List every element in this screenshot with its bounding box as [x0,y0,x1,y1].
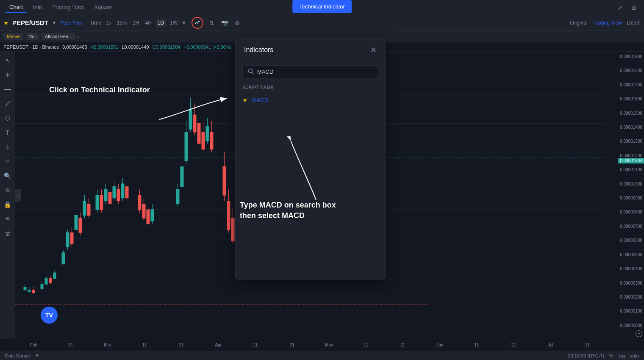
modal-title: Indicators [244,46,273,54]
indicator-circle-button[interactable] [192,17,203,29]
view-depth[interactable]: Depth [627,20,641,26]
tool-crosshair[interactable]: ✛ [2,69,13,80]
macd-result-item[interactable]: ★ MACD [236,93,385,107]
tool-pitchfork[interactable]: ⑂ [2,156,13,167]
tag-vol[interactable]: Vol [26,33,39,40]
tool-trash[interactable]: 🗑 [2,228,13,239]
price-400: 0.00000400 [606,266,644,280]
tab-trading-data[interactable]: Trading Data [48,3,88,12]
timeframe-4h[interactable]: 4H [143,19,154,27]
tick-21a: 21 [163,343,200,347]
price-1100: 0.00001100 [606,167,644,181]
time-axis-bar: Feb 11 Mar 11 21 Apr 11 21 May 11 21 Jun… [0,339,644,351]
camera-icon[interactable]: 📷 [219,18,230,28]
symbol-bar: ★ PEPE/USDT ▼ Pepe Price Time 1s 15m 1H … [0,15,644,30]
modal-body-empty [236,107,385,279]
tool-magnet[interactable]: ⊗ [2,185,13,196]
price-1000: 0.00001000 [606,182,644,196]
timeframe-1s[interactable]: 1s [103,19,113,27]
top-nav: Chart Info Trading Data Square Technical… [0,0,644,15]
ohlc-change: +0.00000041 (+2.80%) [184,44,232,50]
compare-icon[interactable]: ⇅ [207,18,217,28]
top-right-icons: ⤢ ⊞ [615,3,639,13]
status-log[interactable]: log [619,353,625,358]
price-1600: 0.00001600 [606,97,644,111]
price-300: 0.00000300 [606,281,644,295]
indicator-search-input[interactable] [257,69,373,75]
ohlc-open: 0.00001463 [62,44,87,50]
tag-more[interactable]: › [78,34,80,39]
search-icon [248,68,254,75]
price-axis-icon[interactable]: + [636,330,642,337]
left-sidebar: ↖ ✛ ⬡ T ⊹ ⑂ 🔍 ⊗ 🔒 👁 🗑 [0,52,15,339]
tradingview-logo: TV [41,307,58,324]
tick-apr: Apr [200,343,237,347]
tick-jul: Jul [532,343,569,347]
timeframe-15m[interactable]: 15m [115,19,129,27]
price-500: 0.00000500 [606,252,644,266]
script-column-header: SCRIPT NAME [236,83,385,93]
favorite-star[interactable]: ★ [3,19,9,26]
tool-eye[interactable]: 👁 [2,213,13,224]
date-range-arrow[interactable]: ▼ [35,353,39,358]
tool-text[interactable]: T [2,127,13,138]
price-axis: 0.00001900 0.00001800 0.00001700 0.00001… [606,52,644,339]
expand-icon[interactable]: ⤢ [615,3,625,13]
modal-close-button[interactable]: ✕ [370,45,377,55]
technical-indicator-button[interactable]: Technical Indicator [292,0,352,13]
tool-shapes[interactable]: ⬡ [2,113,13,124]
tick-11e: 11 [458,343,495,347]
tool-cursor[interactable]: ↖ [2,55,13,66]
tag-altcoin[interactable]: Altcoin Fee... [42,33,75,40]
tool-lock[interactable]: 🔒 [2,199,13,210]
tool-horizontal-line[interactable] [2,84,13,95]
svg-line-1 [5,101,10,106]
price-1900: 0.00001900 [606,53,644,68]
view-mode-buttons: Original Trading View Depth [570,20,641,26]
symbol-price-link[interactable]: Pepe Price [60,20,83,25]
symbol-arrow[interactable]: ▼ [52,20,57,26]
indicators-modal: Indicators ✕ SCRIPT NAME ★ MACD [235,38,386,280]
tab-chart[interactable]: Chart [5,2,27,13]
tab-info[interactable]: Info [29,3,47,12]
timeframe-1d[interactable]: 1D [155,19,166,27]
status-time: 23:10:39 (UTC-7) [568,353,605,358]
grid-icon[interactable]: ⊞ [629,3,639,13]
view-original[interactable]: Original [570,20,587,26]
symbol-name[interactable]: PEPE/USDT [12,19,48,26]
date-range-label[interactable]: Date Range [5,353,30,358]
modal-header: Indicators ✕ [236,39,385,60]
tool-trend-line[interactable] [2,98,13,109]
status-percent[interactable]: % [609,353,613,358]
ohlc-close: C0.00001504 [153,44,180,50]
toolbar-icons: ⇅ 📷 ⊕ [207,18,242,28]
timeframe-1h[interactable]: 1H [130,19,141,27]
tick-mar: Mar [89,343,126,347]
price-1800: 0.00001800 [606,68,644,82]
timeframe-1w[interactable]: 1W [168,19,180,27]
current-price-badge: 0.00001504 [618,158,644,163]
timeframe-more[interactable]: ▼ [181,20,186,26]
status-auto[interactable]: auto [630,353,639,358]
tab-square[interactable]: Square [90,3,116,12]
tick-21d: 21 [495,343,532,347]
timeframe-group: Time 1s 15m 1H 4H 1D 1W ▼ [90,19,186,27]
tool-zoom[interactable]: 🔍 [2,170,13,181]
price-100: 0.00000100 [606,309,644,323]
view-trading[interactable]: Trading View [593,20,622,26]
price-1500: 0.00001500 [606,111,644,125]
ohlc-low: L0.00001449 [122,44,149,50]
tool-measure[interactable]: ⊹ [2,141,13,152]
tick-11f: 11 [569,343,606,347]
price-800: 0.00000800 [606,210,644,224]
tag-meme[interactable]: Meme [3,33,23,40]
status-bar: Date Range ▼ 23:10:39 (UTC-7) % log auto [0,351,644,360]
search-bar [242,65,378,78]
add-icon[interactable]: ⊕ [232,18,242,28]
macd-script-name: MACD [252,97,268,103]
collapse-arrow[interactable]: ‹ [15,189,21,202]
price-900: 0.00000900 [606,196,644,210]
tick-11d: 11 [347,343,384,347]
tick-21c: 21 [384,343,421,347]
price-200: 0.00000200 [606,295,644,309]
